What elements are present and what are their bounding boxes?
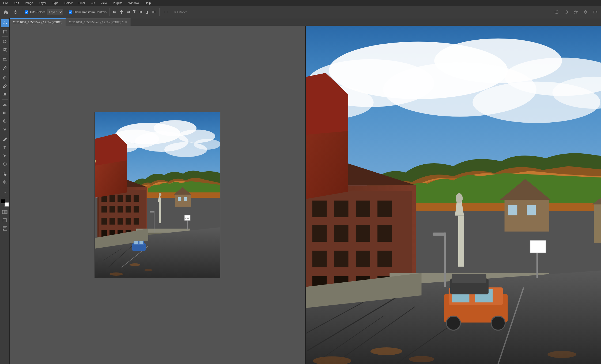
svg-rect-64	[3, 227, 6, 230]
svg-rect-60	[2, 210, 5, 214]
menu-view[interactable]: View	[100, 1, 108, 5]
zoom-tool[interactable]	[1, 178, 9, 186]
svg-rect-149	[377, 225, 392, 242]
tools-sidebar: T	[0, 18, 10, 364]
video-icon[interactable]	[591, 8, 599, 16]
rotate-icon[interactable]	[553, 8, 560, 16]
svg-rect-8	[129, 11, 130, 13]
svg-point-186	[446, 316, 460, 330]
svg-line-2	[16, 12, 16, 13]
svg-rect-91	[134, 218, 139, 225]
tab-doc1-label: 20211031_165655-2 @ 25% (RGB/8)	[13, 21, 62, 24]
svg-rect-4	[114, 12, 116, 13]
tool-sep-2	[2, 55, 8, 55]
svg-point-197	[409, 356, 434, 362]
align-center-h-button[interactable]	[119, 9, 124, 15]
artboard-tool[interactable]	[1, 28, 9, 36]
align-group	[112, 9, 157, 15]
svg-rect-104	[175, 195, 191, 207]
svg-rect-107	[184, 197, 187, 201]
divider-3	[109, 8, 109, 16]
distribute-button[interactable]	[151, 9, 157, 15]
screen-mode-button[interactable]	[1, 216, 9, 224]
svg-rect-89	[118, 218, 123, 225]
doc-panel-right	[305, 26, 601, 364]
transform-controls-label: Show Transform Controls	[73, 10, 107, 14]
screen-mode-full-button[interactable]	[1, 225, 9, 233]
eyedropper-tool[interactable]	[1, 64, 9, 72]
menu-type[interactable]: Type	[51, 1, 60, 5]
menu-file[interactable]: File	[2, 1, 9, 5]
main-layout: T	[0, 18, 601, 364]
svg-rect-171	[594, 204, 601, 243]
dodge-tool[interactable]	[1, 125, 9, 133]
align-center-v-button[interactable]	[138, 9, 144, 15]
options-button[interactable]	[12, 8, 19, 16]
menu-edit[interactable]: Edit	[13, 1, 20, 5]
shape-tool[interactable]	[1, 160, 9, 168]
pen-tool[interactable]	[1, 135, 9, 143]
home-button[interactable]	[2, 8, 10, 16]
hand-tool[interactable]	[1, 170, 9, 178]
navigate-icon[interactable]	[572, 8, 580, 16]
svg-rect-79	[118, 195, 123, 202]
quick-select-tool[interactable]	[1, 46, 9, 54]
tab-doc2-close[interactable]: ✕	[125, 21, 127, 24]
crop-tool[interactable]	[1, 56, 9, 64]
svg-point-126	[144, 269, 152, 271]
align-left-button[interactable]	[112, 9, 118, 15]
gradient-tool[interactable]	[1, 109, 9, 117]
blur-tool[interactable]	[1, 117, 9, 125]
tab-doc1[interactable]: 20211031_165655-2 @ 25% (RGB/8)	[10, 18, 66, 26]
quick-mask-button[interactable]	[1, 208, 9, 216]
layer-select[interactable]: Layer Group	[47, 9, 63, 15]
align-bottom-button[interactable]	[144, 9, 150, 15]
menu-layer[interactable]: Layer	[38, 1, 47, 5]
foreground-color-swatch[interactable]	[1, 199, 5, 203]
rotate-view-icon[interactable]	[582, 8, 589, 16]
svg-rect-123	[154, 211, 154, 233]
svg-rect-100	[95, 160, 96, 162]
menu-image[interactable]: Image	[24, 1, 34, 5]
svg-point-50	[4, 120, 5, 122]
svg-line-39	[5, 50, 6, 52]
menu-3d[interactable]: 3D	[90, 1, 96, 5]
menu-help[interactable]: Help	[144, 1, 152, 5]
brush-tool[interactable]	[1, 82, 9, 90]
type-tool[interactable]: T	[1, 143, 9, 151]
svg-rect-49	[3, 112, 6, 114]
background-color-swatch[interactable]	[5, 202, 9, 207]
svg-point-26	[585, 10, 586, 14]
svg-point-127	[109, 272, 123, 276]
menu-filter[interactable]: Filter	[77, 1, 86, 5]
menu-select[interactable]: Select	[63, 1, 74, 5]
more-tools-btn[interactable]: ···	[1, 188, 9, 196]
align-top-button[interactable]	[131, 9, 137, 15]
svg-rect-170	[527, 205, 536, 215]
spot-heal-tool[interactable]	[1, 74, 9, 82]
tab-doc2[interactable]: 20211031_165655.heif @ 25% (RGB/8) * ✕	[66, 18, 131, 26]
stamp-tool[interactable]	[1, 90, 9, 98]
svg-rect-119	[139, 241, 143, 244]
transform-controls-checkbox[interactable]	[69, 10, 72, 14]
move-tool[interactable]	[1, 19, 9, 27]
pan-icon[interactable]	[562, 8, 570, 16]
toolbar: Auto-Select: Layer Group Show Transform …	[0, 6, 601, 18]
canvas-area: 20211031_165655-2 @ 25% (RGB/8) 20211031…	[10, 18, 601, 364]
lasso-tool[interactable]	[1, 37, 9, 46]
svg-rect-144	[377, 200, 392, 217]
auto-select-checkbox[interactable]	[25, 10, 28, 14]
svg-rect-90	[126, 218, 131, 225]
svg-rect-88	[109, 218, 115, 225]
svg-rect-153	[356, 251, 370, 267]
align-right-button[interactable]	[125, 9, 131, 15]
path-select-tool[interactable]	[1, 152, 9, 160]
svg-rect-14	[141, 11, 142, 13]
more-options-button[interactable]: ⋯	[162, 8, 170, 16]
tool-sep-7	[2, 187, 8, 187]
menu-window[interactable]: Window	[127, 1, 140, 5]
menu-plugins[interactable]: Plugins	[112, 1, 123, 5]
menu-bar: File Edit Image Layer Type Select Filter…	[0, 0, 601, 6]
eraser-tool[interactable]	[1, 100, 9, 108]
svg-rect-164	[458, 216, 464, 267]
